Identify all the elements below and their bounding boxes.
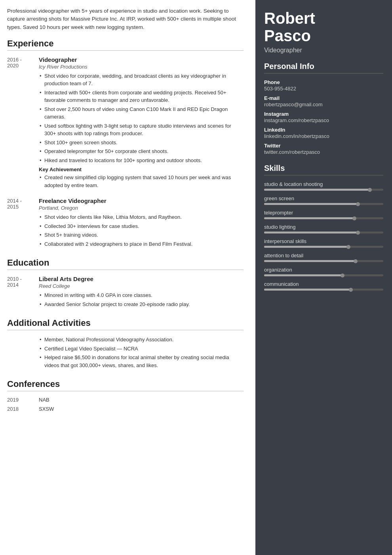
conference-name-2: SXSW	[39, 406, 54, 412]
education-degree: Liberal Arts Degree	[39, 276, 244, 282]
last-name: Pasco	[264, 27, 383, 44]
key-achievement-label: Key Achievement	[39, 166, 244, 172]
experience-content-2: Freelance Videographer Portland, Oregon …	[39, 197, 244, 249]
experience-title: Experience	[7, 38, 244, 51]
conference-row-1: 2019 NAB	[7, 397, 244, 403]
activities-section: Additional Activities Member, National P…	[7, 318, 244, 370]
personal-info-title: Personal Info	[264, 62, 383, 74]
personal-info-section: Personal Info Phone 503-955-4822 E-mail …	[264, 62, 383, 155]
conferences-title: Conferences	[7, 379, 244, 391]
skill-bar-dot	[349, 288, 353, 292]
experience-job-title-1: Videographer	[39, 56, 244, 63]
experience-dates-2: 2014 - 2015	[7, 197, 39, 249]
bullet-item: Shot video for clients like Nike, Lithia…	[39, 213, 244, 221]
activities-title: Additional Activities	[7, 318, 244, 330]
bullet-item: Minored in writing with 4.0 GPA in core …	[39, 291, 244, 299]
phone-label: Phone	[264, 79, 383, 85]
conference-year-2: 2018	[7, 406, 39, 412]
skill-bar-fill	[264, 217, 354, 219]
skill-bar-fill	[264, 189, 369, 191]
skill-bar-bg	[264, 189, 383, 191]
experience-job-title-2: Freelance Videographer	[39, 197, 244, 204]
skill-name: green screen	[264, 195, 383, 201]
experience-dates-1: 2016 - 2020	[7, 56, 39, 191]
bullet-item: Shot over 2,500 hours of video using Can…	[39, 105, 244, 121]
skills-list: studio & location shootinggreen screente…	[264, 181, 383, 291]
job-title: Videographer	[264, 47, 383, 54]
skill-bar-dot	[341, 274, 344, 278]
skill-bar-dot	[356, 231, 360, 235]
education-title: Education	[7, 258, 244, 270]
bullet-item: Interacted with 500+ clients from corpor…	[39, 89, 244, 104]
skill-bar-dot	[356, 202, 360, 206]
skill-bar-bg	[264, 232, 383, 233]
bullet-item: Shot 5+ training videos.	[39, 231, 244, 239]
conference-year-1: 2019	[7, 397, 39, 403]
bullet-item: Hiked and traveled to locations for 100+…	[39, 157, 244, 165]
bullet-item: Collected 30+ interviews for case studie…	[39, 222, 244, 230]
skill-item: green screen	[264, 195, 383, 205]
experience-entry-2: 2014 - 2015 Freelance Videographer Portl…	[7, 197, 244, 249]
education-dates-1: 2010 - 2014	[7, 276, 39, 309]
education-content-1: Liberal Arts Degree Reed College Minored…	[39, 276, 244, 309]
skill-name: studio & location shooting	[264, 181, 383, 187]
skill-bar-dot	[354, 259, 358, 263]
skill-item: interpersonal skills	[264, 238, 383, 248]
experience-content-1: Videographer Icy River Productions Shot …	[39, 56, 244, 191]
bullet-item: Shot video for corporate, wedding, and b…	[39, 72, 244, 88]
name-block: Robert Pasco	[264, 10, 383, 44]
skill-bar-fill	[264, 260, 355, 262]
skills-title: Skills	[264, 164, 383, 176]
experience-bullets-1: Shot video for corporate, wedding, and b…	[39, 72, 244, 165]
twitter-label: Twitter	[264, 143, 383, 149]
skill-bar-bg	[264, 246, 383, 248]
skill-item: communication	[264, 281, 383, 291]
email-value: robertzpasco@gmail.com	[264, 101, 383, 107]
bullet-item: Member, National Professional Videograph…	[39, 336, 244, 344]
bullet-item: Created new simplified clip logging syst…	[39, 174, 244, 189]
bullet-item: Awarded Senior Scholar project to create…	[39, 300, 244, 308]
skill-item: studio & location shooting	[264, 181, 383, 191]
experience-entry-1: 2016 - 2020 Videographer Icy River Produ…	[7, 56, 244, 191]
skill-bar-bg	[264, 203, 383, 205]
bullet-item: Certified Legal Video Specialist — NCRA	[39, 345, 244, 353]
skill-bar-dot	[352, 216, 356, 220]
education-bullets: Minored in writing with 4.0 GPA in core …	[39, 291, 244, 308]
phone-value: 503-955-4822	[264, 86, 383, 92]
skill-bar-fill	[264, 232, 357, 233]
experience-section: Experience 2016 - 2020 Videographer Icy …	[7, 38, 244, 249]
skill-bar-fill	[264, 289, 350, 291]
skill-name: teleprompter	[264, 210, 383, 216]
skills-section: Skills studio & location shootinggreen s…	[264, 164, 383, 291]
conference-row-2: 2018 SXSW	[7, 406, 244, 412]
email-label: E-mail	[264, 95, 383, 101]
skill-item: attention to detail	[264, 253, 383, 262]
experience-bullets-2: Shot video for clients like Nike, Lithia…	[39, 213, 244, 248]
experience-location-2: Portland, Oregon	[39, 205, 244, 211]
skill-bar-fill	[264, 203, 357, 205]
skill-bar-dot	[346, 245, 350, 249]
linkedin-label: LinkedIn	[264, 127, 383, 133]
skill-item: teleprompter	[264, 210, 383, 219]
bullet-item: Used softbox lighting with 3-light setup…	[39, 122, 244, 138]
skill-name: attention to detail	[264, 253, 383, 258]
education-school: Reed College	[39, 283, 244, 289]
first-name: Robert	[264, 10, 383, 27]
twitter-value: twitter.com/robertzpasco	[264, 149, 383, 155]
skill-bar-fill	[264, 246, 348, 248]
skill-bar-dot	[368, 188, 372, 192]
skill-bar-bg	[264, 274, 383, 276]
skill-bar-bg	[264, 217, 383, 219]
conferences-section: Conferences 2019 NAB 2018 SXSW	[7, 379, 244, 412]
right-column: Robert Pasco Videographer Personal Info …	[255, 0, 392, 555]
skill-name: communication	[264, 281, 383, 287]
linkedin-value: linkedin.com/in/robertzpasco	[264, 133, 383, 139]
experience-company-1: Icy River Productions	[39, 64, 244, 70]
skill-name: interpersonal skills	[264, 238, 383, 244]
activities-content: Member, National Professional Videograph…	[39, 336, 244, 370]
instagram-label: Instagram	[264, 111, 383, 117]
bullet-item: Shot 100+ green screen shoots.	[39, 139, 244, 147]
skill-name: organization	[264, 267, 383, 273]
bullet-item: Operated teleprompter for 50+ corporate …	[39, 147, 244, 155]
skill-bar-bg	[264, 260, 383, 262]
